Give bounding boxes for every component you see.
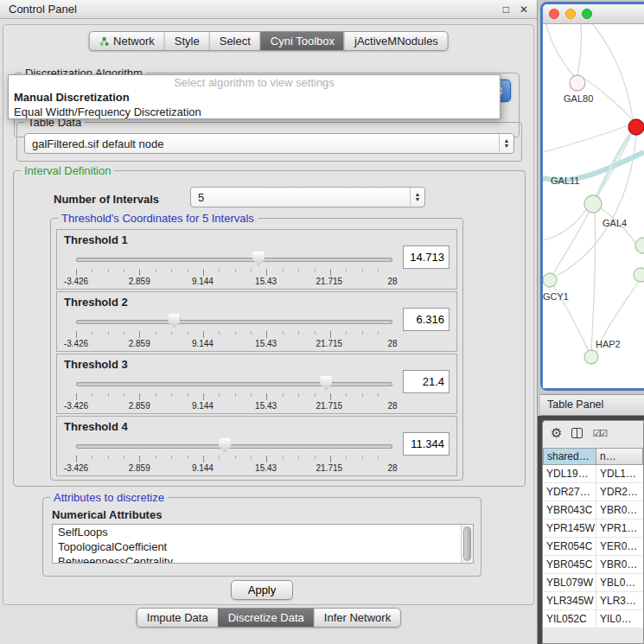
threshold-slider[interactable]: -3.4262.8599.14415.4321.71528 [76,437,392,474]
columns-icon[interactable] [571,428,583,438]
table-row[interactable]: YBL079WYBL0… [543,574,643,592]
algorithm-option[interactable]: Manual Discretization [9,90,500,105]
table-cell[interactable]: YDL1… [596,465,643,482]
slider-scale: -3.4262.8599.14415.4321.71528 [76,277,392,287]
network-node[interactable] [584,350,598,364]
threshold-label: Threshold 2 [64,296,128,309]
threshold-value-field[interactable] [403,432,450,456]
mac-zoom-icon[interactable] [582,9,592,19]
tab-discretize-data[interactable]: Discretize Data [218,609,314,627]
table-rows: YDL19…YDL1…YDR27…YDR2…YBR043CYBR0…YPR145… [543,465,643,628]
table-cell[interactable]: YBR045C [543,556,596,573]
algorithm-option[interactable]: Equal Width/Frequency Discretization [9,105,500,119]
attribute-item[interactable]: TopologicalCoefficient [53,539,473,554]
tab-infer-network[interactable]: Infer Network [314,609,400,627]
tab-impute-data[interactable]: Impute Data [137,609,218,627]
table-cell[interactable]: YER054C [543,538,596,555]
table-cell[interactable]: YIL052C [543,610,596,628]
combo-stepper-icon[interactable]: ▲▼ [499,134,513,153]
node-table: shared…n… YDL19…YDL1…YDR27…YDR2…YBR043CY… [543,448,643,628]
table-row[interactable]: YBR045CYBR0… [543,556,643,574]
slider-thumb[interactable] [320,376,332,391]
table-cell[interactable]: YBL0… [596,574,643,591]
threshold-slider[interactable]: -3.4262.8599.14415.4321.71528 [76,251,392,287]
node-label: HAP2 [596,339,621,349]
table-row[interactable]: YBR043CYBR0… [543,501,643,520]
select-columns-icon[interactable]: ☑☑ [592,428,606,439]
table-row[interactable]: YPR145WYPR1… [543,520,643,538]
slider-thumb[interactable] [252,252,265,266]
table-cell[interactable]: YDR2… [596,483,643,501]
slider-track[interactable] [76,320,392,324]
tab-select[interactable]: Select [209,32,260,50]
attribute-items: SelfLoopsTopologicalCoefficientBetweenne… [53,525,473,564]
network-node-selected[interactable] [628,119,644,135]
network-node[interactable] [570,75,585,91]
threshold-value-field[interactable] [403,370,450,393]
scrollbar-thumb[interactable] [463,526,471,561]
interval-definition-group: Interval Definition Number of Intervals … [13,170,526,487]
table-cell[interactable]: YPR145W [543,520,596,537]
table-cell[interactable]: YER0… [596,538,643,555]
tab-cyni-toolbox[interactable]: Cyni Toolbox [260,32,344,50]
table-cell[interactable]: YDR27… [543,483,596,501]
scale-label: 2.859 [129,339,150,348]
table-cell[interactable]: YPR1… [596,520,643,537]
slider-track[interactable] [76,382,392,386]
apply-button[interactable]: Apply [231,580,293,600]
number-of-intervals-combo[interactable]: 5 ▲▼ [190,187,425,207]
network-node[interactable] [635,238,644,253]
tab-network[interactable]: Network [89,32,164,50]
combo-stepper-icon[interactable]: ▲▼ [410,188,424,207]
network-node[interactable] [634,268,644,282]
scale-label: 15.43 [255,277,277,286]
threshold-label: Threshold 1 [64,233,128,246]
threshold-value-field[interactable] [403,308,450,331]
scale-label: -3.426 [64,277,88,286]
number-of-intervals-value: 5 [198,191,410,204]
slider-thumb[interactable] [168,314,180,328]
tab-jactivemnodules[interactable]: jActiveMNodules [344,32,448,50]
threshold-slider[interactable]: -3.4262.8599.14415.4321.71528 [76,313,392,349]
slider-scale: -3.4262.8599.14415.4321.71528 [76,339,392,349]
table-cell[interactable]: YLR345W [543,592,596,609]
attribute-item[interactable]: SelfLoops [53,525,473,539]
slider-track[interactable] [76,258,392,262]
table-row[interactable]: YLR345WYLR3… [543,592,643,610]
network-node[interactable] [584,195,602,213]
thresholds-group-title: Threshold's Coordinates for 5 Intervals [58,212,258,225]
slider-thumb[interactable] [219,438,231,453]
node-label: GCY1 [543,291,569,302]
float-window-icon[interactable]: □ [503,3,509,16]
attribute-item[interactable]: BetweennessCentrality [53,554,473,564]
table-row[interactable]: YIL052CYIL0… [543,610,643,628]
table-row[interactable]: YER054CYER0… [543,538,643,556]
table-cell[interactable]: YIL0… [596,610,643,628]
threshold-slider[interactable]: -3.4262.8599.14415.4321.71528 [76,375,392,411]
table-cell[interactable]: YBL079W [543,574,596,591]
column-header[interactable]: n… [596,448,643,465]
table-data-group: Table Data galFiltered.sif default node … [16,122,522,162]
table-cell[interactable]: YBR0… [596,556,643,573]
table-cell[interactable]: YBR043C [543,501,596,519]
network-node[interactable] [543,273,557,287]
table-row[interactable]: YDR27…YDR2… [543,483,643,501]
slider-track[interactable] [76,444,392,449]
table-cell[interactable]: YLR3… [596,592,643,609]
table-data-combo[interactable]: galFiltered.sif default node ▲▼ [24,133,514,154]
close-icon[interactable]: ✕ [520,3,528,16]
list-scrollbar[interactable] [461,525,473,563]
tab-style[interactable]: Style [164,32,209,50]
table-cell[interactable]: YBR0… [596,501,643,519]
network-canvas[interactable]: GAL80 GAL11 GAL4 GCY1 HAP2 [543,24,644,388]
network-view-window: GAL80 GAL11 GAL4 GCY1 HAP2 [540,2,644,391]
table-cell[interactable]: YDL19… [543,465,596,482]
mac-minimize-icon[interactable] [565,9,576,19]
gear-icon[interactable]: ⚙ [551,425,562,441]
threshold-value-field[interactable] [403,245,450,269]
table-panel-title: Table Panel [547,399,603,411]
column-header[interactable]: shared… [543,448,596,465]
table-row[interactable]: YDL19…YDL1… [543,465,643,483]
numerical-attributes-list[interactable]: SelfLoopsTopologicalCoefficientBetweenne… [52,524,474,564]
mac-close-icon[interactable] [549,9,559,19]
